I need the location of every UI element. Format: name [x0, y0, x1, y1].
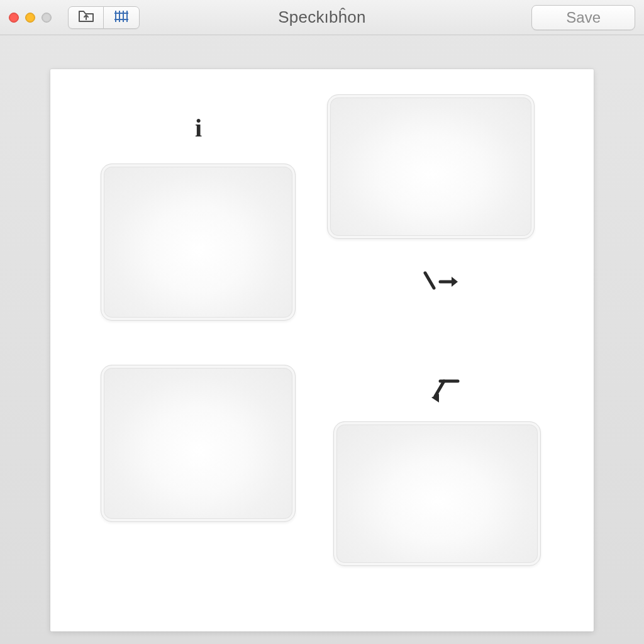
canvas[interactable]: i	[50, 69, 594, 631]
svg-line-6	[425, 273, 434, 288]
maximize-icon[interactable]	[42, 13, 52, 23]
window-controls	[9, 13, 52, 23]
save-button-label: Save	[566, 9, 601, 26]
folder-up-icon	[78, 9, 94, 26]
grid-icon	[114, 9, 129, 26]
toolbar-segmented	[68, 6, 140, 29]
svg-line-9	[435, 381, 444, 396]
panel-top-left[interactable]	[101, 164, 296, 321]
folder-up-button[interactable]	[69, 7, 104, 28]
panel-bottom-right[interactable]	[333, 421, 541, 566]
panel-top-right[interactable]	[327, 94, 535, 239]
titlebar: Speckıbĥon Save	[0, 0, 644, 35]
save-button[interactable]: Save	[531, 5, 635, 30]
arrow-kink-icon	[428, 377, 465, 409]
arrow-down-right-icon	[421, 270, 459, 296]
grid-button[interactable]	[104, 7, 139, 28]
minimize-icon[interactable]	[25, 13, 35, 23]
panel-bottom-left[interactable]	[101, 365, 296, 522]
close-icon[interactable]	[9, 13, 19, 23]
info-icon: i	[195, 113, 202, 143]
